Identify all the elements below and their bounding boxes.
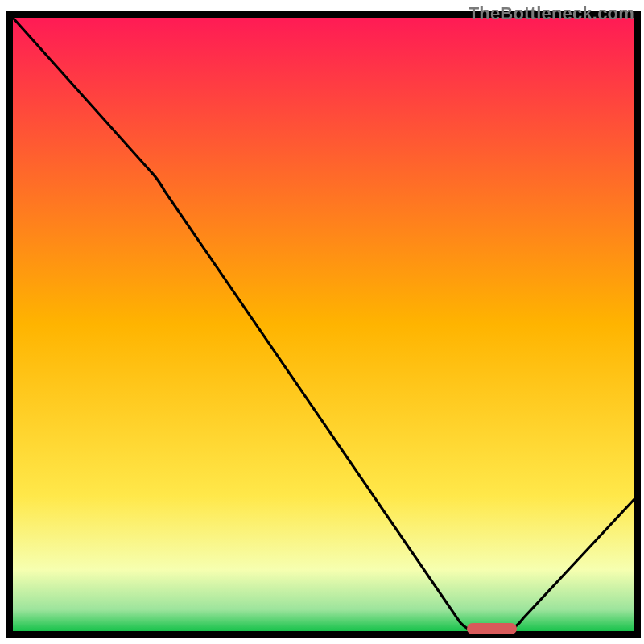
axis-left — [6, 11, 13, 638]
frame-right — [634, 11, 641, 638]
bottleneck-chart — [0, 0, 644, 644]
frame-top — [6, 11, 641, 18]
gradient-background — [13, 18, 634, 631]
chart-container: TheBottleneck.com — [0, 0, 644, 644]
target-range-marker — [467, 623, 517, 634]
axis-bottom — [6, 631, 641, 638]
